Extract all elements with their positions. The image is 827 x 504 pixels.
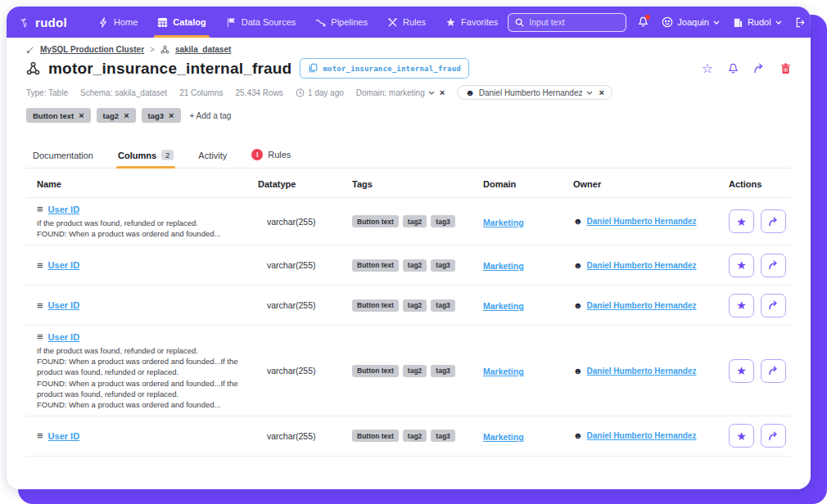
remove-tag-button[interactable]: × — [79, 110, 84, 120]
nav-item-data-sources[interactable]: Data Sources — [216, 7, 306, 38]
subscribe-bell-button[interactable] — [728, 63, 739, 74]
drag-handle-icon[interactable]: ≡ — [37, 260, 43, 271]
meta-domain-selector[interactable]: Domain: marketing × — [356, 88, 445, 97]
share-column-button[interactable] — [761, 424, 786, 448]
meta-rows-count: 25.434 Rows — [236, 88, 283, 97]
remove-tag-button[interactable]: × — [124, 110, 129, 120]
drag-handle-icon[interactable]: ≡ — [37, 331, 43, 342]
column-name-link[interactable]: User ID — [48, 300, 80, 310]
user-avatar-icon — [662, 16, 673, 28]
meta-updated: 1 day ago — [296, 88, 344, 97]
tab-bar: Documentation Columns 2 Activity ! Rules — [26, 144, 791, 169]
datatype-value: varchar(255) — [246, 366, 337, 376]
share-arrow-icon — [768, 431, 780, 441]
user-menu[interactable]: Joaquin — [662, 16, 720, 28]
column-tags: Button texttag2tag3 — [337, 365, 467, 377]
workspace-menu[interactable]: Rudol — [733, 17, 782, 28]
delete-table-button[interactable] — [780, 63, 791, 74]
clock-icon — [296, 88, 305, 97]
owner-selector[interactable]: ☻ Daniel Humberto Hernandez × — [457, 85, 612, 100]
column-tags: Button texttag2tag3 — [337, 215, 467, 227]
table-name-badge-text: motor_insurance_internal_fraud — [323, 65, 461, 73]
share-column-button[interactable] — [761, 294, 786, 317]
favorite-column-button[interactable]: ★ — [729, 254, 754, 277]
domain-link[interactable]: Marketing — [483, 261, 524, 271]
share-column-button[interactable] — [761, 359, 786, 383]
owner-name: Daniel Humberto Hernandez — [479, 88, 583, 97]
remove-tag-button[interactable]: × — [169, 110, 174, 120]
column-description: If the product was found, refunded or re… — [37, 218, 246, 239]
domain-link[interactable]: Marketing — [483, 432, 524, 442]
breadcrumb-parent-link[interactable]: MySQL Production Cluster — [40, 45, 144, 54]
column-tags: Button texttag2tag3 — [337, 259, 467, 272]
owner-link[interactable]: Daniel Humberto Hernandez — [587, 431, 697, 440]
chevron-down-icon — [586, 91, 593, 95]
nav-item-pipelines[interactable]: Pipelines — [305, 7, 377, 38]
search-input[interactable] — [529, 17, 619, 27]
breadcrumb-dataset-link[interactable]: sakila_dataset — [175, 45, 231, 54]
tag-pill: Button text — [352, 365, 399, 377]
column-name-link[interactable]: User ID — [48, 260, 80, 270]
nav-label: Rules — [403, 17, 426, 27]
tab-rules[interactable]: ! Rules — [250, 144, 292, 168]
tag-pill: tag2 — [403, 365, 427, 377]
datatype-value: varchar(255) — [246, 431, 337, 441]
global-search[interactable] — [508, 13, 626, 32]
sign-out-label: Sign Out — [810, 17, 811, 27]
share-column-button[interactable] — [761, 209, 786, 233]
tag-pill: Button text — [352, 299, 399, 312]
add-tag-button[interactable]: + Add a tag — [190, 111, 232, 120]
drag-handle-icon[interactable]: ≡ — [37, 430, 43, 441]
workspace-name: Rudol — [748, 17, 771, 27]
copy-table-name-badge[interactable]: motor_insurance_internal_fraud — [300, 58, 469, 79]
page-title: motor_insurance_internal_fraud — [48, 60, 291, 78]
pipeline-icon — [315, 17, 326, 28]
tab-columns[interactable]: Columns 2 — [116, 145, 175, 168]
copy-icon — [308, 63, 318, 74]
owner-link[interactable]: Daniel Humberto Hernandez — [587, 217, 697, 226]
tag-pill: tag3 — [431, 430, 454, 442]
share-table-button[interactable] — [753, 63, 766, 74]
nav-item-rules[interactable]: Rules — [377, 7, 436, 38]
favorite-column-button[interactable]: ★ — [729, 359, 754, 383]
tag-pill: tag2 — [403, 299, 427, 312]
remove-owner-button[interactable]: × — [599, 88, 603, 97]
owner-link[interactable]: Daniel Humberto Hernandez — [587, 301, 697, 310]
search-icon — [515, 18, 524, 27]
nav-item-home[interactable]: Home — [88, 7, 147, 38]
favorite-column-button[interactable]: ★ — [729, 424, 754, 448]
active-tab-indicator — [116, 166, 175, 169]
drag-handle-icon[interactable]: ≡ — [37, 204, 43, 214]
tab-activity[interactable]: Activity — [197, 146, 228, 168]
dataset-icon — [26, 61, 40, 75]
domain-link[interactable]: Marketing — [483, 218, 524, 227]
domain-link[interactable]: Marketing — [483, 367, 524, 376]
nav-label: Home — [114, 17, 138, 27]
share-column-button[interactable] — [761, 254, 786, 277]
remove-domain-button[interactable]: × — [440, 88, 445, 97]
avatar-icon: ☻ — [573, 217, 583, 226]
tab-documentation[interactable]: Documentation — [31, 146, 95, 168]
favorite-column-button[interactable]: ★ — [729, 294, 754, 317]
notifications-bell-button[interactable] — [638, 16, 648, 28]
column-name-link[interactable]: User ID — [48, 332, 80, 342]
columns-count-badge: 2 — [161, 150, 174, 160]
sign-out-button[interactable]: Sign Out — [795, 17, 811, 28]
active-tab-underline — [154, 35, 209, 38]
nav-item-catalog[interactable]: Catalog — [147, 7, 215, 38]
column-name-link[interactable]: User ID — [48, 431, 80, 441]
favorite-column-button[interactable]: ★ — [729, 209, 754, 233]
domain-link[interactable]: Marketing — [483, 301, 524, 311]
nav-item-favorites[interactable]: Favorites — [436, 7, 508, 38]
favorite-table-button[interactable]: ☆ — [702, 62, 713, 75]
column-name-link[interactable]: User ID — [48, 205, 80, 214]
drag-handle-icon[interactable]: ≡ — [37, 300, 43, 311]
share-arrow-icon — [768, 300, 780, 310]
avatar-icon: ☻ — [573, 301, 583, 310]
table-row: ≡ User ID varchar(255) Button texttag2ta… — [26, 286, 791, 326]
owner-link[interactable]: Daniel Humberto Hernandez — [587, 261, 697, 270]
table-row: ≡ User ID If the product was found, refu… — [26, 326, 791, 416]
app-logo[interactable]: rudol — [20, 16, 67, 29]
tag-pill: tag2 — [403, 215, 427, 227]
owner-link[interactable]: Daniel Humberto Hernandez — [587, 367, 697, 376]
